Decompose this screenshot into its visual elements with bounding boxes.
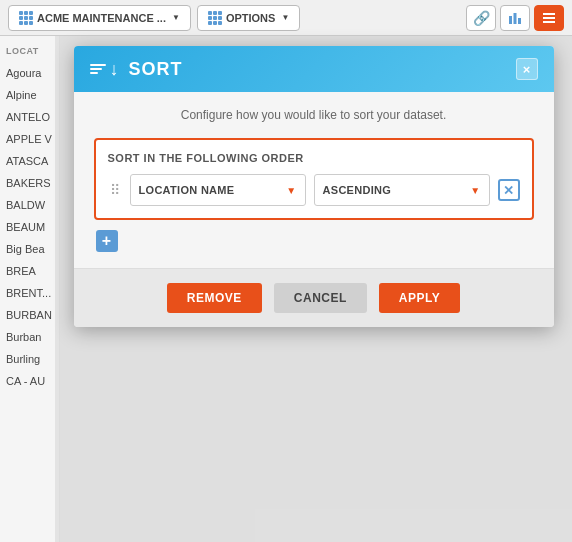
sidebar-item-11[interactable]: BURBAN (0, 304, 59, 326)
sidebar: LOCAT Agoura Alpine ANTELO APPLE V ATASC… (0, 36, 60, 542)
order-select-dropdown[interactable]: ASCENDING ▼ (314, 174, 490, 206)
order-select-label: ASCENDING (323, 184, 392, 196)
add-sort-row-button[interactable]: + (96, 230, 118, 252)
field-select-dropdown[interactable]: LOCATION NAME ▼ (130, 174, 306, 206)
svg-rect-3 (543, 13, 555, 15)
sidebar-item-14[interactable]: CA - AU (0, 370, 59, 392)
table-name-label: ACME MAINTENANCE ... (37, 12, 166, 24)
table-chevron-icon: ▼ (172, 13, 180, 22)
toolbar-right-icons: 🔗 (466, 5, 564, 31)
chart-icon (508, 11, 522, 25)
field-chevron-icon: ▼ (286, 185, 296, 196)
sidebar-item-5[interactable]: BAKERS (0, 172, 59, 194)
dialog-footer: REMOVE CANCEL APPLY (74, 268, 554, 327)
sort-dialog: ↓ SORT × Configure how you would like to… (74, 46, 554, 327)
sidebar-item-1[interactable]: Alpine (0, 84, 59, 106)
sidebar-item-12[interactable]: Burban (0, 326, 59, 348)
options-chevron-icon: ▼ (281, 13, 289, 22)
apply-button[interactable]: APPLY (379, 283, 460, 313)
table-select-button[interactable]: ACME MAINTENANCE ... ▼ (8, 5, 191, 31)
main-content: LOCAT Agoura Alpine ANTELO APPLE V ATASC… (0, 36, 572, 542)
sidebar-item-13[interactable]: Burling (0, 348, 59, 370)
options-label: OPTIONS (226, 12, 276, 24)
dialog-title: SORT (129, 59, 183, 80)
sidebar-item-3[interactable]: APPLE V (0, 128, 59, 150)
sidebar-item-8[interactable]: Big Bea (0, 238, 59, 260)
dialog-overlay: ↓ SORT × Configure how you would like to… (55, 36, 572, 542)
sort-line-3 (90, 72, 98, 74)
sort-section: SORT IN THE FOLLOWING ORDER ⠿ LOCATION N… (94, 138, 534, 220)
sidebar-item-9[interactable]: BREA (0, 260, 59, 282)
sort-line-1 (90, 64, 106, 66)
chart-icon-button[interactable] (500, 5, 530, 31)
drag-handle-icon[interactable]: ⠿ (108, 180, 122, 200)
dialog-close-button[interactable]: × (516, 58, 538, 80)
svg-rect-2 (518, 18, 521, 24)
sort-icon: ↓ (90, 59, 119, 80)
dialog-header: ↓ SORT × (74, 46, 554, 92)
sort-lines-icon (90, 64, 106, 74)
sidebar-header: LOCAT (0, 44, 59, 62)
svg-rect-0 (509, 16, 512, 24)
sort-section-title: SORT IN THE FOLLOWING ORDER (108, 152, 520, 164)
sidebar-item-7[interactable]: BEAUM (0, 216, 59, 238)
sidebar-item-2[interactable]: ANTELO (0, 106, 59, 128)
sidebar-item-6[interactable]: BALDW (0, 194, 59, 216)
sidebar-item-0[interactable]: Agoura (0, 62, 59, 84)
link-icon-button[interactable]: 🔗 (466, 5, 496, 31)
svg-rect-5 (543, 21, 555, 23)
dialog-subtitle: Configure how you would like to sort you… (94, 108, 534, 122)
remove-button[interactable]: REMOVE (167, 283, 262, 313)
list-icon (542, 11, 556, 25)
options-button[interactable]: OPTIONS ▼ (197, 5, 300, 31)
options-grid-icon (208, 11, 222, 25)
sort-row: ⠿ LOCATION NAME ▼ ASCENDING ▼ ✕ (108, 174, 520, 206)
table-grid-icon (19, 11, 33, 25)
remove-row-button[interactable]: ✕ (498, 179, 520, 201)
field-select-label: LOCATION NAME (139, 184, 235, 196)
sidebar-item-10[interactable]: BRENT... (0, 282, 59, 304)
toolbar: ACME MAINTENANCE ... ▼ OPTIONS ▼ 🔗 (0, 0, 572, 36)
svg-rect-1 (514, 13, 517, 24)
svg-rect-4 (543, 17, 555, 19)
sort-line-2 (90, 68, 102, 70)
list-icon-button[interactable] (534, 5, 564, 31)
dialog-body: Configure how you would like to sort you… (74, 92, 554, 268)
order-chevron-icon: ▼ (470, 185, 480, 196)
cancel-button[interactable]: CANCEL (274, 283, 367, 313)
sidebar-item-4[interactable]: ATASCA (0, 150, 59, 172)
sort-arrow-icon: ↓ (110, 59, 119, 80)
